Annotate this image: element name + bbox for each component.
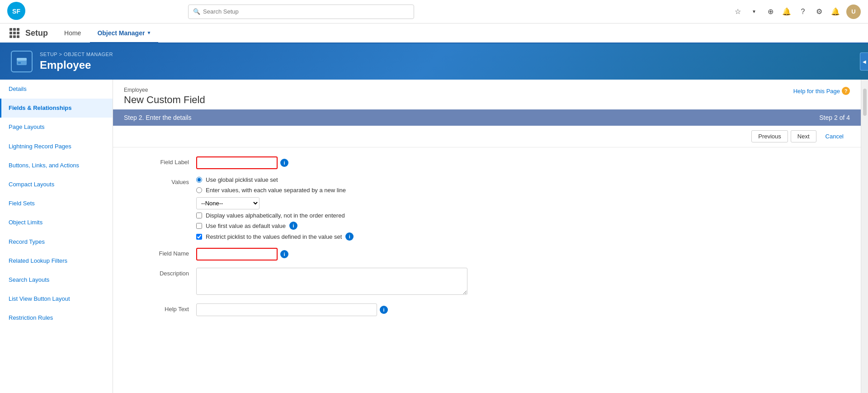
sidebar-item-page-layouts[interactable]: Page Layouts [0, 118, 113, 137]
right-scrollbar [861, 80, 868, 393]
field-label-row: Field Label i [124, 156, 850, 169]
field-name-input[interactable] [196, 248, 278, 260]
sidebar-item-restriction-rules[interactable]: Restriction Rules [0, 308, 113, 327]
help-text-info-button[interactable]: i [380, 306, 388, 314]
radio-global-picklist-label: Use global picklist value set [206, 176, 278, 183]
field-label-input[interactable] [196, 156, 278, 169]
radio-group: Use global picklist value set Enter valu… [196, 176, 513, 194]
picklist-dropdown[interactable]: --None-- [196, 197, 259, 209]
sidebar-item-buttons-links-actions[interactable]: Buttons, Links, and Actions [0, 156, 113, 175]
top-navigation: SF 🔍 ☆ ▼ ⊕ 🔔 ? ⚙ 🔔 U [0, 0, 868, 24]
search-bar[interactable]: 🔍 [188, 5, 414, 19]
content-area: Employee New Custom Field Help for this … [113, 80, 861, 393]
sidebar-item-search-layouts[interactable]: Search Layouts [0, 270, 113, 289]
first-value-info-button[interactable]: i [289, 222, 297, 230]
svg-rect-3 [17, 58, 27, 61]
star-dropdown-icon[interactable]: ▼ [749, 6, 760, 17]
checkbox-first-value-input[interactable] [196, 223, 202, 229]
radio-enter-values[interactable]: Enter values, with each value separated … [196, 187, 513, 194]
content-title-group: Employee New Custom Field [124, 87, 205, 106]
description-control [196, 268, 513, 296]
top-nav-icons: ☆ ▼ ⊕ 🔔 ? ⚙ 🔔 U [732, 5, 861, 19]
sidebar: Details Fields & Relationships Page Layo… [0, 80, 113, 393]
page-banner: SETUP > OBJECT MANAGER Employee ◀ [0, 43, 868, 80]
tab-home[interactable]: Home [57, 24, 88, 43]
values-row: Values Use global picklist value set Ent… [124, 176, 850, 241]
breadcrumb: SETUP > OBJECT MANAGER [40, 52, 113, 57]
radio-enter-values-input[interactable] [196, 187, 202, 193]
checkbox-alphabetical-label: Display values alphabetically, not in th… [206, 212, 345, 219]
field-name-label: Field Name [124, 248, 196, 257]
sidebar-item-object-limits[interactable]: Object Limits [0, 213, 113, 232]
scrollbar-thumb[interactable] [863, 89, 867, 116]
field-label-label: Field Label [124, 156, 196, 166]
question-icon[interactable]: ? [797, 6, 808, 17]
content-page-title: New Custom Field [124, 94, 205, 106]
collapse-button[interactable]: ◀ [860, 52, 868, 71]
radio-enter-values-label: Enter values, with each value separated … [206, 187, 346, 194]
star-icon[interactable]: ☆ [732, 6, 743, 17]
page-title: Employee [40, 59, 113, 71]
grid-icon [9, 28, 19, 38]
help-text-input-group: i [196, 303, 513, 316]
breadcrumb-setup[interactable]: SETUP [40, 52, 57, 57]
sidebar-item-lightning-record-pages[interactable]: Lightning Record Pages [0, 137, 113, 156]
field-name-row: Field Name i [124, 248, 850, 260]
svg-text:SF: SF [12, 8, 20, 15]
help-text-input[interactable] [196, 303, 377, 316]
checkbox-first-value-default[interactable]: Use first value as default value i [196, 222, 513, 230]
description-input[interactable] [196, 268, 467, 295]
breadcrumb-object-manager[interactable]: OBJECT MANAGER [64, 52, 113, 57]
help-icon: ? [842, 87, 850, 95]
step-banner: Step 2. Enter the details Step 2 of 4 [113, 109, 861, 126]
bell-icon[interactable]: 🔔 [781, 6, 792, 17]
field-label-input-group: i [196, 156, 513, 169]
notification-icon[interactable]: 🔔 [830, 6, 841, 17]
description-label: Description [124, 268, 196, 277]
checkbox-restrict-picklist[interactable]: Restrict picklist to the values defined … [196, 232, 513, 241]
app-name: Setup [25, 28, 48, 38]
step-description: Step 2. Enter the details [124, 114, 191, 121]
checkbox-first-value-label: Use first value as default value [206, 223, 286, 229]
next-button[interactable]: Next [791, 130, 816, 142]
field-name-input-group: i [196, 248, 513, 260]
radio-global-picklist[interactable]: Use global picklist value set [196, 176, 513, 183]
form-area: Field Label i Values [113, 147, 861, 332]
content-inner: Employee New Custom Field Help for this … [113, 80, 861, 393]
banner-text: SETUP > OBJECT MANAGER Employee [40, 52, 113, 71]
sidebar-item-related-lookup-filters[interactable]: Related Lookup Filters [0, 251, 113, 270]
sidebar-item-compact-layouts[interactable]: Compact Layouts [0, 175, 113, 194]
sidebar-item-list-view-button-layout[interactable]: List View Button Layout [0, 289, 113, 308]
cancel-button[interactable]: Cancel [819, 130, 850, 142]
help-text-label: Help Text [124, 303, 196, 313]
sidebar-item-record-types[interactable]: Record Types [0, 232, 113, 251]
tab-object-manager[interactable]: Object Manager ▼ [90, 24, 158, 43]
avatar[interactable]: U [846, 5, 861, 19]
checkbox-alphabetical-input[interactable] [196, 213, 202, 218]
help-link[interactable]: Help for this Page ? [793, 87, 850, 95]
checkbox-alphabetical[interactable]: Display values alphabetically, not in th… [196, 212, 513, 219]
grid-menu-button[interactable] [7, 26, 22, 40]
sidebar-item-details[interactable]: Details [0, 80, 113, 99]
description-row: Description [124, 268, 850, 296]
step-number: Step 2 of 4 [819, 114, 850, 121]
field-label-control: i [196, 156, 513, 169]
previous-button[interactable]: Previous [751, 130, 788, 142]
field-name-info-button[interactable]: i [280, 250, 288, 258]
object-manager-dropdown-icon: ▼ [146, 30, 151, 35]
field-label-info-button[interactable]: i [280, 159, 288, 167]
salesforce-logo[interactable]: SF [7, 2, 25, 21]
restrict-picklist-info-button[interactable]: i [345, 232, 354, 241]
checkbox-restrict-picklist-input[interactable] [196, 234, 202, 240]
search-icon: 🔍 [193, 8, 200, 15]
values-label: Values [124, 176, 196, 185]
gear-icon[interactable]: ⚙ [814, 6, 825, 17]
sidebar-item-fields-relationships[interactable]: Fields & Relationships [0, 99, 113, 118]
radio-global-picklist-input[interactable] [196, 177, 202, 183]
sidebar-item-field-sets[interactable]: Field Sets [0, 194, 113, 213]
search-input[interactable] [203, 8, 409, 15]
checkbox-group: Display values alphabetically, not in th… [196, 212, 513, 241]
add-icon[interactable]: ⊕ [765, 6, 776, 17]
button-row: Previous Next Cancel [113, 126, 861, 147]
values-control: Use global picklist value set Enter valu… [196, 176, 513, 241]
